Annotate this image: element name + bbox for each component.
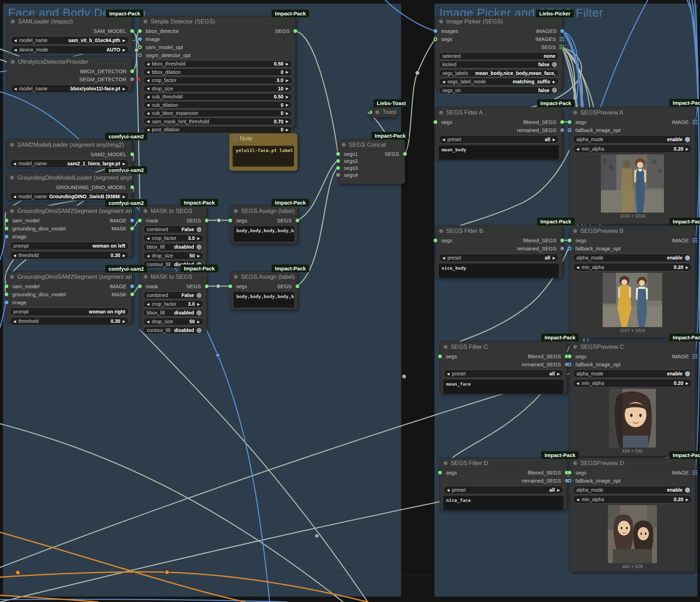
prev-arrow[interactable]: ◀: [147, 87, 150, 90]
prev-arrow[interactable]: ◀: [576, 498, 579, 501]
input-slot-image[interactable]: [5, 300, 8, 304]
prev-arrow[interactable]: ◀: [147, 62, 150, 66]
prev-arrow[interactable]: ◀: [147, 103, 150, 107]
prev-arrow[interactable]: ◀: [576, 265, 579, 269]
collapse-dot[interactable]: [234, 275, 238, 279]
input-slot-bbox-detector[interactable]: [138, 29, 142, 33]
collapse-dot[interactable]: [573, 111, 577, 115]
next-arrow[interactable]: ▶: [557, 372, 560, 376]
widget-bbox-dilation[interactable]: ◀bbox_dilation0▶: [143, 68, 292, 76]
node-segs-preview-a[interactable]: SEGSPreview A segs IMAGE fallback_image_…: [569, 107, 695, 224]
node-grounding-dino-sam2-segment-1[interactable]: GroundingDinoSAM2Segment (segment anythi…: [6, 206, 132, 257]
input-slot-fallback-image-opt[interactable]: [568, 247, 571, 250]
input-slot-sam-model[interactable]: [5, 284, 8, 288]
widget-min-alpha[interactable]: ◀min_alpha0.20▶: [573, 379, 692, 387]
widget-model-name[interactable]: ◀model_namebbox/yolov11l-face.pt▶: [11, 84, 129, 93]
output-slot-filtered-segs[interactable]: [560, 238, 564, 242]
toggle-knob[interactable]: [196, 328, 202, 333]
input-slot-segs[interactable]: [434, 120, 437, 124]
output-slot-image[interactable]: [130, 219, 134, 222]
collapse-dot[interactable]: [144, 275, 147, 279]
widget-crop-factor[interactable]: ◀crop_factor3.0▶: [143, 77, 292, 84]
next-arrow[interactable]: ▶: [123, 319, 125, 323]
prev-arrow[interactable]: ◀: [447, 372, 450, 376]
node-simple-detector-segs[interactable]: Simple Detector (SEGS) bbox_detector SEG…: [140, 16, 296, 128]
node-image-picker-segs[interactable]: Image Picker (SEGS) images IMAGES segs I…: [435, 16, 562, 90]
widget-bbox-threshold[interactable]: ◀bbox_threshold0.50▶: [143, 60, 292, 68]
collapse-dot[interactable]: [11, 60, 15, 64]
input-slot-segs4[interactable]: [336, 173, 340, 177]
collapse-dot[interactable]: [11, 20, 15, 23]
node-segs-preview-b[interactable]: SEGSPreview B segs IMAGE fallback_image_…: [569, 226, 695, 338]
next-arrow[interactable]: ▶: [686, 381, 688, 385]
widget-drop-size[interactable]: ◀drop_size50▶: [143, 318, 203, 325]
widget-sam-mask-hint-threshold[interactable]: ◀sam_mask_hint_threshold0.70▶: [143, 118, 292, 125]
node-sam2-model-loader[interactable]: SAM2ModelLoader (segment anything2) SAM2…: [6, 139, 132, 167]
node-segs-filter-b[interactable]: SEGS Filter B segs filtered_SEGS remaine…: [435, 226, 562, 278]
output-slot-filtered-segs[interactable]: [560, 120, 564, 124]
next-arrow[interactable]: ▶: [197, 302, 200, 306]
input-slot-segs[interactable]: [434, 37, 437, 41]
input-slot-segs[interactable]: [228, 284, 232, 288]
widget-preset[interactable]: ◀presetall▶: [443, 486, 563, 494]
node-mask-to-segs-2[interactable]: MASK to SEGS mask SEGS combinedFalse ◀cr…: [140, 271, 207, 331]
prev-arrow[interactable]: ◀: [13, 162, 16, 166]
filter-labels-textarea[interactable]: mean_face: [443, 380, 563, 394]
prev-arrow[interactable]: ◀: [442, 138, 445, 141]
toggle-knob[interactable]: [196, 310, 202, 316]
collapse-dot[interactable]: [233, 137, 237, 140]
input-slot-segs[interactable]: [568, 238, 571, 242]
collapse-dot[interactable]: [439, 111, 443, 115]
widget-preset[interactable]: ◀presetall▶: [439, 254, 559, 262]
node-segs-filter-d[interactable]: SEGS Filter D segs filtered_SEGS remaine…: [440, 458, 567, 510]
output-slot-remained-segs[interactable]: [560, 128, 564, 132]
image-list-slot-icon[interactable]: [693, 238, 697, 243]
filter-labels-textarea[interactable]: nice_face: [443, 496, 563, 510]
next-arrow[interactable]: ▶: [286, 78, 289, 82]
prev-arrow[interactable]: ◀: [14, 48, 17, 52]
next-arrow[interactable]: ▶: [286, 119, 289, 123]
prev-arrow[interactable]: ◀: [576, 147, 579, 151]
node-segs-preview-c[interactable]: SEGSPreview C segs IMAGE fallback_image_…: [569, 341, 695, 456]
next-arrow[interactable]: ▶: [286, 70, 289, 74]
next-arrow[interactable]: ▶: [123, 162, 125, 166]
next-arrow[interactable]: ▶: [686, 147, 688, 151]
toggle-knob[interactable]: [685, 137, 690, 142]
node-segs-preview-d[interactable]: SEGSPreview D segs IMAGE fallback_image_…: [569, 458, 695, 572]
widget-bbox-fill[interactable]: bbox_filldisabled: [143, 309, 203, 317]
output-slot-segs[interactable]: [205, 284, 209, 288]
input-slot-image[interactable]: [5, 235, 8, 238]
input-slot-sam-model-opt[interactable]: [138, 45, 142, 49]
next-arrow[interactable]: ▶: [686, 498, 688, 501]
next-arrow[interactable]: ▶: [123, 195, 125, 199]
widget-alpha-mode[interactable]: alpha_modeenable: [573, 135, 692, 144]
output-slot-segs[interactable]: [205, 219, 209, 222]
prev-arrow[interactable]: ◀: [147, 236, 150, 240]
widget-selected[interactable]: selectednone: [439, 52, 559, 60]
widget-bbox-fill[interactable]: bbox_filldisabled: [143, 243, 203, 251]
widget-model-name[interactable]: ◀model_namesam2_1_hiera_large.pt▶: [10, 159, 129, 168]
input-slot-fallback-image-opt[interactable]: [568, 479, 571, 483]
widget-alpha-mode[interactable]: alpha_modeenable: [573, 254, 692, 262]
prev-arrow[interactable]: ◀: [147, 119, 150, 123]
output-slot-segs[interactable]: [296, 284, 299, 288]
images-list-slot-icon[interactable]: [560, 37, 564, 41]
collapse-dot[interactable]: [10, 176, 14, 180]
output-slot-images[interactable]: [560, 29, 564, 33]
next-arrow[interactable]: ▶: [286, 95, 289, 99]
widget-prompt[interactable]: promptwoman on left: [10, 242, 129, 250]
prev-arrow[interactable]: ◀: [14, 87, 17, 91]
input-slot-grounding-dino-model[interactable]: [5, 292, 8, 296]
widget-min-alpha[interactable]: ◀min_alpha0.20▶: [573, 145, 692, 153]
output-slot-segs[interactable]: [403, 152, 407, 156]
output-slot-segs[interactable]: [293, 29, 297, 33]
collapse-dot[interactable]: [10, 209, 14, 213]
widget-sub-dilation[interactable]: ◀sub_dilation0▶: [143, 101, 292, 109]
collapse-dot[interactable]: [444, 461, 448, 465]
prev-arrow[interactable]: ◀: [447, 488, 450, 492]
widget-combined[interactable]: combinedFalse: [143, 291, 203, 299]
next-arrow[interactable]: ▶: [197, 236, 200, 240]
toggle-knob[interactable]: [196, 293, 202, 298]
labels-textarea[interactable]: body,body,body,body,body: [234, 226, 294, 242]
input-slot-segs[interactable]: [228, 219, 232, 222]
